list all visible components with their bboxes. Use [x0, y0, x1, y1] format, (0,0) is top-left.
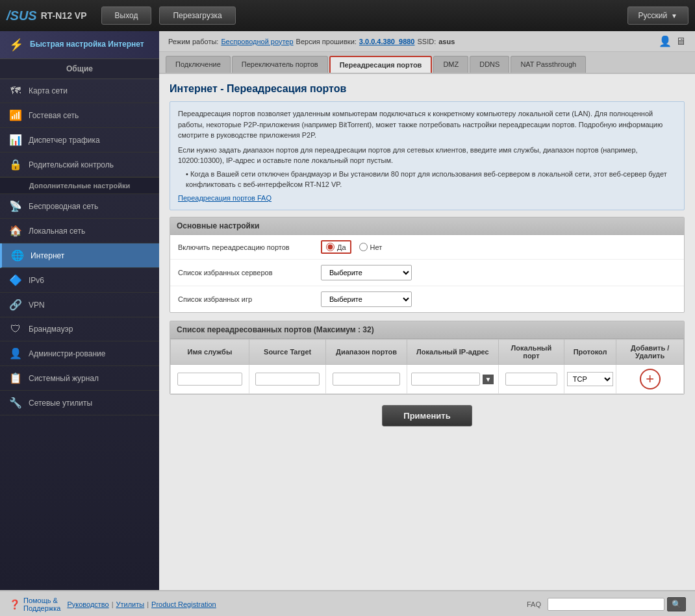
top-bar: /SUS RT-N12 VP Выход Перезагрузка Русски…	[0, 0, 695, 31]
page-title: Интернет - Переадресация портов	[170, 83, 685, 95]
cell-local-port	[499, 365, 564, 394]
radio-no[interactable]	[359, 243, 368, 251]
sidebar-item-label: Системный журнал	[29, 374, 99, 383]
firmware-label: Версия прошивки:	[296, 38, 357, 45]
fav-servers-select[interactable]: Выберите	[321, 265, 412, 280]
sidebar-item-label: Беспроводная сеть	[29, 202, 98, 211]
sidebar-item-traffic-manager[interactable]: 📊 Диспетчер трафика	[0, 128, 159, 153]
sidebar-item-parental-control[interactable]: 🔒 Родительский контроль	[0, 153, 159, 177]
sidebar-item-network-tools[interactable]: 🔧 Сетевые утилиты	[0, 391, 159, 415]
sidebar-item-syslog[interactable]: 📋 Системный журнал	[0, 366, 159, 391]
firmware-value[interactable]: 3.0.0.4.380_9880	[359, 38, 415, 45]
radio-yes-label: Да	[337, 243, 346, 251]
fav-servers-row: Список избранных серверов Выберите	[170, 260, 684, 286]
tab-ddns[interactable]: DDNS	[470, 56, 509, 73]
sidebar-quick-setup[interactable]: ⚡ Быстрая настройка Интернет	[0, 31, 159, 59]
sidebar-item-label: IPv6	[29, 276, 44, 285]
cell-source-target	[249, 365, 326, 394]
tab-port-forward[interactable]: Переадресация портов	[329, 56, 433, 73]
chevron-down-icon: ▼	[671, 12, 677, 19]
add-button[interactable]: +	[640, 369, 661, 389]
sidebar-item-label: Родительский контроль	[29, 160, 114, 169]
reboot-button[interactable]: Перезагрузка	[159, 6, 235, 25]
footer-links: Руководство | Утилиты | Product Registra…	[67, 600, 216, 608]
model-name: RT-N12 VP	[41, 10, 87, 21]
fav-games-label: Список избранных игр	[178, 295, 321, 303]
input-service-name[interactable]	[177, 373, 243, 386]
description-box: Переадресация портов позволяет удаленным…	[170, 101, 685, 210]
sidebar-item-label: Локальная сеть	[29, 227, 85, 236]
monitor-icon[interactable]: 🖥	[676, 36, 686, 47]
tab-nat-passthrough[interactable]: NAT Passthrough	[511, 56, 586, 73]
sidebar-item-internet[interactable]: 🌐 Интернет	[0, 243, 159, 268]
sidebar-item-firewall[interactable]: 🛡 Брандмауэр	[0, 317, 159, 341]
input-source-target[interactable]	[255, 373, 320, 386]
faq-label: FAQ	[527, 600, 541, 608]
language-selector[interactable]: Русский ▼	[627, 6, 689, 25]
radio-yes-option[interactable]: Да	[321, 240, 351, 254]
manual-link[interactable]: Руководство	[67, 600, 108, 608]
bullet-text: • Когда в Вашей сети отключен брандмауэр…	[186, 169, 676, 190]
product-reg-link[interactable]: Product Registration	[151, 600, 216, 608]
ssid-value: asus	[438, 38, 455, 45]
bullet-icon: •	[186, 170, 188, 178]
sidebar-item-admin[interactable]: 👤 Администри-рование	[0, 341, 159, 366]
footer-search-input[interactable]	[548, 598, 664, 611]
sidebar-general-section: Общие	[0, 59, 159, 79]
ipv6-icon: 🔷	[9, 274, 22, 286]
tab-port-switch[interactable]: Переключатель портов	[232, 56, 328, 73]
port-table-section: Список переадресованных портов (Максимум…	[170, 321, 685, 395]
ip-dropdown-btn[interactable]: ▼	[483, 375, 494, 384]
sidebar-item-guest-network[interactable]: 📶 Гостевая сеть	[0, 103, 159, 128]
mode-value[interactable]: Беспроводной роутер	[221, 38, 293, 45]
col-add-remove: Добавить / Удалить	[616, 339, 684, 365]
sidebar-item-label: Карта сети	[29, 86, 68, 95]
cell-port-range	[326, 365, 407, 394]
fav-games-select[interactable]: Выберите	[321, 291, 412, 307]
exit-button[interactable]: Выход	[101, 6, 152, 25]
utils-link[interactable]: Утилиты	[116, 600, 145, 608]
ssid-label: SSID:	[417, 38, 436, 45]
sidebar-item-label: Гостевая сеть	[29, 111, 79, 120]
sidebar-item-ipv6[interactable]: 🔷 IPv6	[0, 268, 159, 293]
help-label: Помощь &Поддержка	[23, 597, 60, 612]
faq-link[interactable]: Переадресация портов FAQ	[178, 194, 272, 202]
main-layout: ⚡ Быстрая настройка Интернет Общие 🗺 Кар…	[0, 31, 695, 590]
help-icon: ❓	[9, 599, 20, 610]
sidebar-item-network-map[interactable]: 🗺 Карта сети	[0, 79, 159, 103]
status-bar: Режим работы: Беспроводной роутер Версия…	[159, 31, 695, 52]
mode-label: Режим работы:	[168, 38, 218, 45]
internet-icon: 🌐	[11, 249, 24, 262]
basic-settings-header: Основные настройки	[170, 217, 684, 235]
sidebar-item-label: Диспетчер трафика	[29, 136, 100, 145]
radio-no-option[interactable]: Нет	[359, 243, 383, 251]
protocol-select[interactable]: TCP UDP TCP/UDP	[567, 372, 614, 386]
col-port-range: Диапазон портов	[326, 339, 407, 365]
cell-add-remove: +	[616, 365, 684, 394]
sidebar-item-wireless[interactable]: 📡 Беспроводная сеть	[0, 194, 159, 219]
user-icon[interactable]: 👤	[659, 35, 672, 47]
radio-yes[interactable]	[326, 243, 335, 251]
desc-text-2: Если нужно задать диапазон портов для пе…	[178, 145, 676, 166]
sidebar-item-vpn[interactable]: 🔗 VPN	[0, 293, 159, 317]
input-port-range[interactable]	[333, 373, 400, 386]
fav-games-row: Список избранных игр Выберите	[170, 286, 684, 312]
footer-search-button[interactable]: 🔍	[667, 597, 686, 611]
col-protocol: Протокол	[564, 339, 616, 365]
content-area: Режим работы: Беспроводной роутер Версия…	[159, 31, 695, 590]
input-local-ip[interactable]	[411, 373, 480, 386]
cell-service-name	[171, 365, 249, 394]
fav-servers-label: Список избранных серверов	[178, 269, 321, 277]
col-source-target: Source Target	[249, 339, 326, 365]
logo-asus: /SUS	[6, 8, 37, 23]
apply-button[interactable]: Применить	[382, 405, 472, 426]
quick-setup-icon: ⚡	[9, 38, 23, 52]
tab-dmz[interactable]: DMZ	[433, 56, 468, 73]
footer-help[interactable]: ❓ Помощь &Поддержка	[9, 597, 60, 612]
input-local-port[interactable]	[505, 373, 557, 386]
status-icons: 👤 🖥	[659, 35, 686, 47]
sidebar-item-label: VPN	[29, 301, 45, 310]
tools-icon: 🔧	[9, 397, 22, 409]
sidebar-item-lan[interactable]: 🏠 Локальная сеть	[0, 219, 159, 243]
tab-connect[interactable]: Подключение	[166, 56, 231, 73]
